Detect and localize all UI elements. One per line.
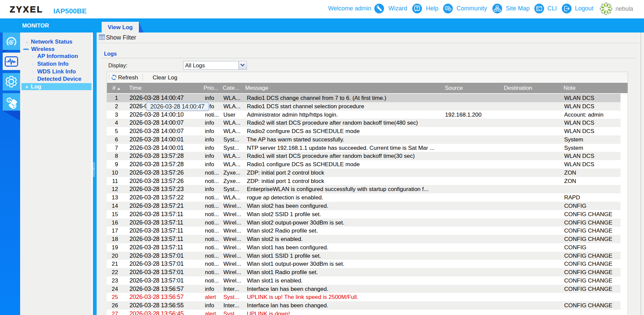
svg-text:?: ? — [416, 6, 419, 11]
